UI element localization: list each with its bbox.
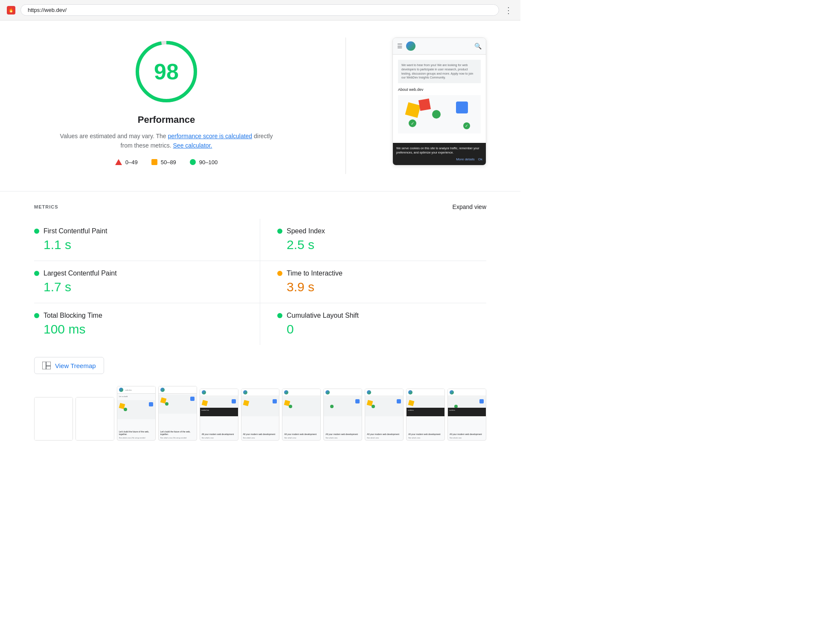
frame-3-sub: See what's new | No setup needed (117, 437, 155, 440)
browser-menu-button[interactable]: ⋮ (504, 5, 514, 15)
metric-tbt-indicator (34, 313, 39, 318)
metric-cls-value: 0 (277, 322, 476, 337)
screenshot-search-icon: 🔍 (474, 43, 482, 49)
screenshot-cookie-ok: More details Ok (396, 157, 482, 162)
metric-si-indicator (277, 229, 282, 234)
metric-tti-value: 3.9 s (277, 280, 476, 294)
filmstrip-frame-8: All your modern web development See what… (323, 389, 362, 441)
metric-si: Speed Index 2.5 s (260, 219, 486, 261)
legend-needs-improvement: 50–89 (151, 159, 176, 165)
frame-11-footer: All your modern web development (448, 432, 486, 437)
filmstrip-frame-5: cookie bar All your modern web developme… (200, 389, 238, 441)
metric-tbt-value: 100 ms (34, 322, 243, 337)
legend-good: 90–100 (190, 159, 218, 165)
metric-tti-name: Time to Interactive (287, 270, 343, 277)
score-section: 98 Performance Values are estimated and … (34, 38, 299, 165)
illus-yellow-box (405, 102, 421, 118)
filmstrip-section: web.dev Let us build Let's build the fut… (34, 386, 486, 458)
frame-6-sub: See what's new (241, 437, 279, 440)
treemap-section: View Treemap (34, 345, 486, 386)
frame-3-footer: Let's build the future of the web, toget… (117, 429, 155, 437)
svg-rect-5 (46, 366, 51, 369)
filmstrip-frame-6: All your modern web development See what… (241, 389, 280, 441)
metric-lcp-header: Largest Contentful Paint (34, 270, 243, 277)
legend-poor: 0–49 (115, 159, 138, 165)
frame-6-footer: All your modern web development (241, 432, 279, 437)
filmstrip-frame-1 (34, 397, 73, 441)
frame-5-sub: See what's new (200, 437, 238, 440)
svg-rect-4 (46, 362, 51, 366)
screenshot-about-text: About web.dev (398, 87, 481, 92)
frame-7-footer: All your modern web development (282, 432, 320, 437)
metric-lcp: Largest Contentful Paint 1.7 s (34, 261, 260, 303)
metrics-title: METRICS (34, 204, 58, 209)
screenshot-browser-bar: ☰ 🔍 (393, 38, 486, 55)
metric-tti-header: Time to Interactive (277, 270, 476, 277)
expand-view-button[interactable]: Expand view (453, 203, 486, 210)
filmstrip-track: web.dev Let us build Let's build the fut… (34, 386, 486, 441)
frame-11-sub: See what's new (448, 437, 486, 440)
legend-poor-icon (115, 159, 122, 165)
frame-5-footer: All your modern web development (200, 432, 238, 437)
filmstrip-frame-4: Let's build the future of the web, toget… (158, 386, 197, 441)
screenshot-body: We want to hear from you! We are looking… (393, 55, 486, 143)
metric-tbt-name: Total Blocking Time (44, 312, 102, 319)
metric-tti-indicator (277, 271, 282, 276)
performance-description: Values are estimated and may vary. The p… (60, 131, 273, 151)
top-section: 98 Performance Values are estimated and … (34, 20, 486, 191)
illus-check2: ✓ (463, 122, 470, 129)
screenshot-banner: We want to hear from you! We are looking… (398, 60, 481, 83)
metric-tti: Time to Interactive 3.9 s (260, 261, 486, 303)
view-treemap-button[interactable]: View Treemap (34, 357, 104, 374)
metric-fcp-name: First Contentful Paint (44, 227, 107, 235)
metric-fcp-header: First Contentful Paint (34, 227, 243, 235)
metric-si-header: Speed Index (277, 227, 476, 235)
screenshot-menu-icon: ☰ (397, 43, 403, 49)
metric-lcp-name: Largest Contentful Paint (44, 270, 117, 277)
metric-tbt-header: Total Blocking Time (34, 312, 243, 319)
filmstrip-frame-9: All your modern web development See what… (365, 389, 404, 441)
filmstrip-frame-3: web.dev Let us build Let's build the fut… (117, 386, 156, 441)
frame-9-footer: All your modern web development (365, 432, 403, 437)
metrics-grid: First Contentful Paint 1.1 s Speed Index… (34, 219, 486, 345)
frame-8-sub: See what's new (324, 437, 362, 440)
metric-fcp: First Contentful Paint 1.1 s (34, 219, 260, 261)
view-treemap-label: View Treemap (55, 362, 96, 369)
svg-rect-3 (42, 362, 46, 369)
browser-favicon: 🔥 (7, 6, 15, 15)
calculator-link[interactable]: See calculator. (173, 142, 212, 149)
illus-check1: ✓ (409, 119, 416, 127)
filmstrip-frame-7: All your modern web development See what… (282, 389, 321, 441)
cookie-more-details[interactable]: More details (456, 157, 475, 162)
metric-si-name: Speed Index (287, 227, 325, 235)
illus-blue-box (456, 102, 468, 113)
metrics-section: METRICS Expand view First Contentful Pai… (34, 191, 486, 345)
score-circle: 98 (132, 38, 200, 106)
frame-7-sub: See what's new (282, 437, 320, 440)
cookie-ok-button[interactable]: Ok (478, 157, 482, 162)
performance-title: Performance (138, 114, 195, 125)
browser-url-bar[interactable]: https://web.dev/ (20, 4, 499, 16)
main-content: 98 Performance Values are estimated and … (0, 20, 520, 458)
filmstrip-frame-2 (76, 397, 114, 441)
legend-needs-improvement-icon (151, 159, 157, 165)
metric-cls-name: Cumulative Layout Shift (287, 312, 359, 319)
metric-cls-header: Cumulative Layout Shift (277, 312, 476, 319)
frame-9-sub: See what's new (365, 437, 403, 440)
illus-red-diamond (418, 99, 431, 111)
screenshot-logo (406, 41, 415, 51)
browser-chrome: 🔥 https://web.dev/ ⋮ (0, 0, 520, 20)
metric-tbt: Total Blocking Time 100 ms (34, 303, 260, 345)
frame-10-footer: All your modern web development (407, 432, 444, 437)
metric-fcp-indicator (34, 229, 39, 234)
frame-10-sub: See what's new (407, 437, 444, 440)
filmstrip-frame-11: cookies All your modern web development … (447, 389, 486, 441)
illus-green-circle (432, 110, 441, 119)
vertical-divider (346, 38, 346, 174)
metric-lcp-indicator (34, 271, 39, 276)
metric-cls: Cumulative Layout Shift 0 (260, 303, 486, 345)
filmstrip-frame-10: cookies All your modern web development … (406, 389, 445, 441)
metric-fcp-value: 1.1 s (34, 238, 243, 252)
screenshot-panel: ☰ 🔍 We want to hear from you! We are loo… (392, 38, 486, 165)
performance-score-link[interactable]: performance score is calculated (168, 133, 253, 139)
